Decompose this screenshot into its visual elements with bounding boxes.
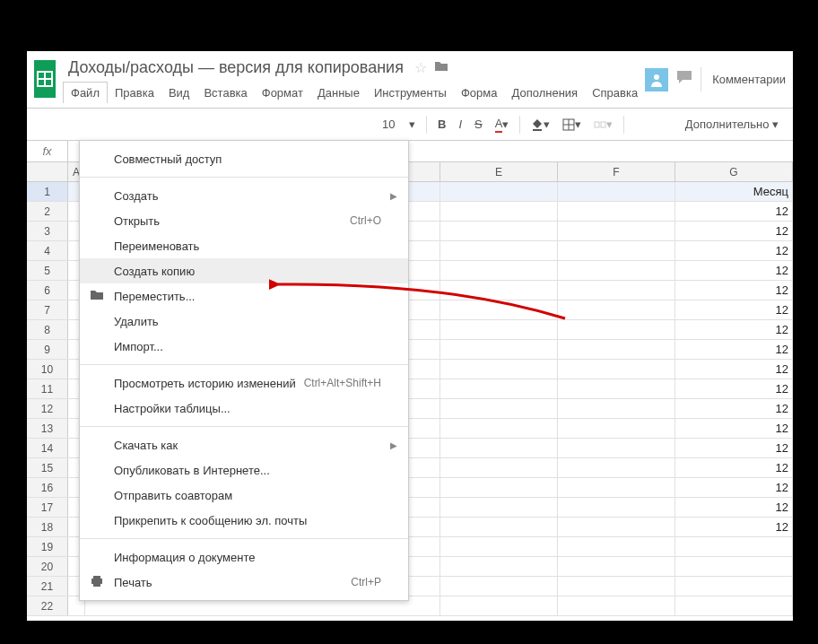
- menu-item[interactable]: Настройки таблицы...: [80, 396, 408, 421]
- cell[interactable]: [558, 399, 675, 418]
- cell[interactable]: [440, 557, 558, 576]
- strikethrough-button[interactable]: S: [469, 114, 488, 135]
- cell[interactable]: [558, 537, 675, 556]
- cell[interactable]: [558, 518, 675, 536]
- menu-item[interactable]: Скачать как▶: [80, 432, 408, 457]
- cell[interactable]: 12: [675, 458, 793, 477]
- cell[interactable]: 12: [675, 202, 793, 221]
- menu-item[interactable]: Создать▶: [80, 183, 408, 208]
- borders-button[interactable]: ▾: [557, 114, 587, 135]
- menu-item[interactable]: Переместить...: [80, 283, 408, 309]
- row-header[interactable]: 14: [27, 439, 68, 457]
- row-header[interactable]: 12: [27, 399, 68, 418]
- row-header[interactable]: 2: [27, 202, 68, 221]
- menu-item-инструменты[interactable]: Инструменты: [367, 83, 454, 103]
- row-header[interactable]: 10: [27, 360, 68, 379]
- menu-item-вид[interactable]: Вид: [161, 83, 197, 103]
- cell[interactable]: [558, 340, 675, 359]
- cell[interactable]: [440, 419, 558, 438]
- cell[interactable]: [558, 320, 675, 339]
- menu-item-вставка[interactable]: Вставка: [196, 83, 254, 103]
- cell[interactable]: [558, 458, 675, 477]
- cell[interactable]: [558, 261, 675, 280]
- row-header[interactable]: 7: [27, 300, 68, 319]
- menu-item[interactable]: Импорт...: [80, 334, 408, 359]
- cell[interactable]: [558, 281, 675, 300]
- menu-item[interactable]: Информация о документе: [80, 544, 408, 570]
- menu-item-форма[interactable]: Форма: [454, 83, 505, 103]
- column-header[interactable]: F: [558, 162, 675, 181]
- cell[interactable]: [440, 202, 558, 221]
- sheets-logo[interactable]: [34, 60, 56, 98]
- cell[interactable]: [675, 537, 793, 556]
- cell[interactable]: [440, 379, 558, 398]
- cell[interactable]: [558, 419, 675, 438]
- row-header[interactable]: 19: [27, 537, 68, 556]
- menu-item-файл[interactable]: Файл: [63, 82, 108, 103]
- cell[interactable]: [558, 222, 675, 240]
- row-header[interactable]: 8: [27, 320, 68, 339]
- menu-item[interactable]: ОткрытьCtrl+O: [80, 208, 408, 233]
- cell[interactable]: 12: [675, 222, 793, 240]
- cell[interactable]: [440, 498, 558, 517]
- row-header[interactable]: 9: [27, 340, 68, 359]
- row-header[interactable]: 1: [27, 182, 68, 201]
- menu-item[interactable]: Создать копию: [80, 258, 408, 283]
- cell[interactable]: 12: [675, 419, 793, 438]
- row-header[interactable]: 5: [27, 261, 68, 280]
- cell[interactable]: [440, 320, 558, 339]
- cell[interactable]: [675, 557, 793, 576]
- cell[interactable]: [440, 537, 558, 556]
- cell[interactable]: [558, 202, 675, 221]
- cell[interactable]: 12: [675, 518, 793, 536]
- cell[interactable]: 12: [675, 241, 793, 260]
- menu-item-правка[interactable]: Правка: [108, 83, 161, 103]
- italic-button[interactable]: I: [453, 114, 467, 135]
- cell[interactable]: [675, 596, 793, 615]
- cell[interactable]: [440, 281, 558, 300]
- cell[interactable]: [558, 360, 675, 379]
- cell[interactable]: [440, 300, 558, 319]
- row-header[interactable]: 6: [27, 281, 68, 300]
- cell[interactable]: [558, 557, 675, 576]
- menu-item[interactable]: Опубликовать в Интернете...: [80, 457, 408, 483]
- font-size-dropdown-icon[interactable]: ▾: [404, 114, 421, 135]
- menu-item[interactable]: Просмотреть историю измененийCtrl+Alt+Sh…: [80, 370, 408, 396]
- avatar[interactable]: [645, 68, 668, 91]
- cell[interactable]: [558, 596, 675, 615]
- cell[interactable]: [440, 399, 558, 418]
- cell[interactable]: 12: [675, 320, 793, 339]
- cell[interactable]: [558, 498, 675, 517]
- cell[interactable]: 12: [675, 399, 793, 418]
- row-header[interactable]: 3: [27, 222, 68, 240]
- cell[interactable]: [558, 439, 675, 457]
- cell[interactable]: 12: [675, 498, 793, 517]
- merge-cells-button[interactable]: ▾: [588, 114, 618, 135]
- cell[interactable]: [558, 300, 675, 319]
- column-header[interactable]: G: [675, 162, 793, 181]
- row-header[interactable]: 11: [27, 379, 68, 398]
- select-all-corner[interactable]: [27, 162, 68, 181]
- cell[interactable]: [558, 379, 675, 398]
- doc-title[interactable]: Доходы/расходы — версия для копирования: [63, 57, 409, 79]
- star-icon[interactable]: ☆: [414, 59, 427, 76]
- menu-item[interactable]: Переименовать: [80, 233, 408, 258]
- menu-item-справка[interactable]: Справка: [585, 83, 645, 103]
- cell[interactable]: [440, 439, 558, 457]
- cell[interactable]: [440, 458, 558, 477]
- cell[interactable]: [440, 478, 558, 497]
- menu-item[interactable]: Отправить соавторам: [80, 483, 408, 508]
- row-header[interactable]: 4: [27, 241, 68, 260]
- cell[interactable]: 12: [675, 300, 793, 319]
- row-header[interactable]: 15: [27, 458, 68, 477]
- cell[interactable]: 12: [675, 281, 793, 300]
- menu-item-формат[interactable]: Формат: [255, 83, 310, 103]
- fx-label[interactable]: fx: [27, 141, 68, 161]
- cell[interactable]: Месяц: [675, 182, 793, 201]
- menu-item[interactable]: Прикрепить к сообщению эл. почты: [80, 508, 408, 533]
- cell[interactable]: [440, 182, 558, 201]
- menu-item[interactable]: Удалить: [80, 309, 408, 334]
- cell[interactable]: 12: [675, 261, 793, 280]
- row-header[interactable]: 21: [27, 577, 68, 596]
- cell[interactable]: [440, 241, 558, 260]
